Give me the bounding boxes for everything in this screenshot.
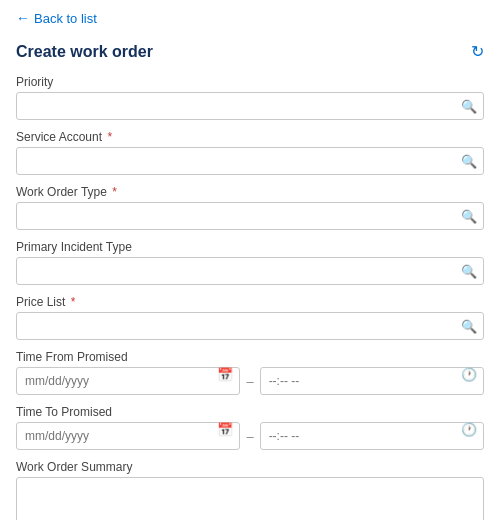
primary-incident-type-label: Primary Incident Type [16,240,484,254]
time-from-time-input[interactable] [260,367,484,395]
work-order-summary-field-group: Work Order Summary ⧽ [16,460,484,520]
page-title: Create work order [16,43,153,61]
work-order-summary-label: Work Order Summary [16,460,484,474]
work-order-summary-textarea[interactable] [16,477,484,520]
work-order-type-input-wrapper: 🔍 [16,202,484,230]
service-account-field-group: Service Account * 🔍 [16,130,484,175]
work-order-type-input[interactable] [16,202,484,230]
time-to-dash: – [244,429,255,444]
service-account-required: * [104,130,112,144]
priority-label: Priority [16,75,484,89]
primary-incident-type-input-wrapper: 🔍 [16,257,484,285]
time-to-date-input[interactable] [16,422,240,450]
service-account-label: Service Account * [16,130,484,144]
service-account-input-wrapper: 🔍 [16,147,484,175]
work-order-type-field-group: Work Order Type * 🔍 [16,185,484,230]
priority-input-wrapper: 🔍 [16,92,484,120]
time-from-date-input[interactable] [16,367,240,395]
price-list-field-group: Price List * 🔍 [16,295,484,340]
form-header: Create work order ↻ [16,42,484,61]
time-to-time-input[interactable] [260,422,484,450]
service-account-input[interactable] [16,147,484,175]
priority-input[interactable] [16,92,484,120]
time-to-time-wrapper: 🕐 [260,422,484,450]
time-from-promised-field-group: Time From Promised 📅 – 🕐 [16,350,484,395]
primary-incident-type-input[interactable] [16,257,484,285]
price-list-label: Price List * [16,295,484,309]
work-order-type-required: * [109,185,117,199]
time-from-promised-datetime-row: 📅 – 🕐 [16,367,484,395]
work-order-type-label: Work Order Type * [16,185,484,199]
time-to-promised-label: Time To Promised [16,405,484,419]
price-list-required: * [67,295,75,309]
back-to-list-label: Back to list [34,11,97,26]
work-order-summary-wrapper: ⧽ [16,477,484,520]
primary-incident-type-field-group: Primary Incident Type 🔍 [16,240,484,285]
priority-field-group: Priority 🔍 [16,75,484,120]
time-from-promised-label: Time From Promised [16,350,484,364]
price-list-input-wrapper: 🔍 [16,312,484,340]
time-from-date-wrapper: 📅 [16,367,240,395]
price-list-input[interactable] [16,312,484,340]
refresh-icon[interactable]: ↻ [471,42,484,61]
time-from-time-wrapper: 🕐 [260,367,484,395]
time-to-date-wrapper: 📅 [16,422,240,450]
back-arrow-icon: ← [16,10,30,26]
time-to-promised-datetime-row: 📅 – 🕐 [16,422,484,450]
back-to-list-link[interactable]: ← Back to list [16,10,484,26]
time-from-dash: – [244,374,255,389]
time-to-promised-field-group: Time To Promised 📅 – 🕐 [16,405,484,450]
